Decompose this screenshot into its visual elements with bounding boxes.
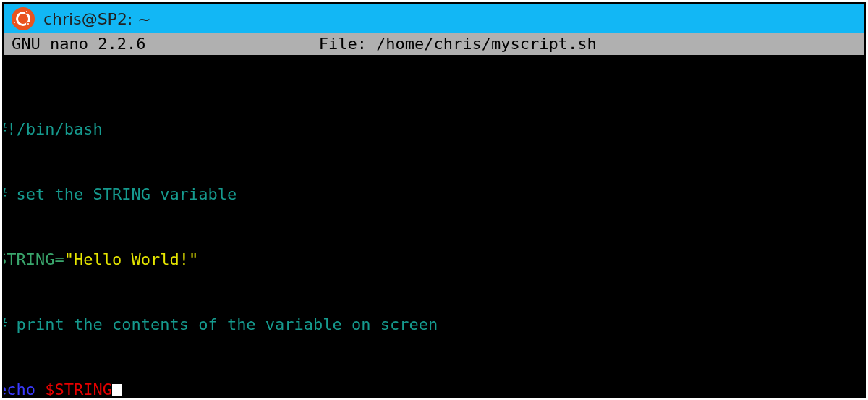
terminal-window: chris@SP2: ~ GNU nano 2.2.6 File: /home/… [2,2,866,398]
editor-area[interactable]: #!/bin/bash # set the STRING variable ST… [4,55,864,396]
nano-version: GNU nano 2.2.6 [12,33,145,55]
code-line-3: STRING="Hello World!" [4,249,864,271]
nano-status [770,33,856,55]
comment: # set the STRING variable [4,185,237,203]
code-line-4: # print the contents of the variable on … [4,314,864,336]
string-literal: "Hello World!" [64,250,198,268]
window-title: chris@SP2: ~ [43,10,151,28]
variable-name: STRING [4,250,54,268]
cursor [112,384,122,396]
code-line-5: echo $STRING [4,379,864,396]
command: echo [4,380,45,396]
nano-file: File: /home/chris/myscript.sh [145,33,770,55]
nano-header: GNU nano 2.2.6 File: /home/chris/myscrip… [4,33,864,55]
variable-ref: $STRING [45,380,112,396]
code-line-1: #!/bin/bash [4,119,864,140]
code-line-2: # set the STRING variable [4,184,864,205]
ubuntu-icon [12,7,35,30]
comment: # print the contents of the variable on … [4,315,438,333]
titlebar[interactable]: chris@SP2: ~ [4,4,864,33]
shebang: #!/bin/bash [4,120,103,138]
assign-op: = [54,250,64,268]
